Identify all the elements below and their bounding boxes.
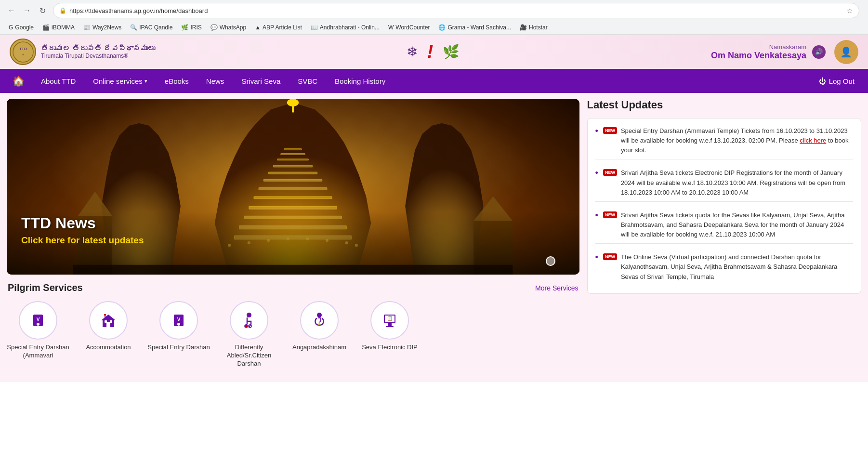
speaker-button[interactable]: 🔊 [812,45,826,59]
main-content: TTD News Click here for latest updates P… [0,93,868,382]
bookmark-favicon: 🎬 [42,24,50,31]
service-item[interactable]: V Special Entry Darshan [147,301,210,368]
services-grid: V Special Entry Darshan (Ammavari Accomm… [7,301,579,368]
bookmark-favicon: W [388,24,394,31]
right-section: Latest Updates •NEWSpecial Entry Darshan… [579,99,861,376]
bookmark-label: ABP Article List [263,24,302,31]
new-badge: NEW [603,253,617,260]
bullet-icon: • [595,126,598,136]
logo-text: తిరుమల తిరుపతి దేవస్థానములు Tirumala Tir… [41,44,155,59]
bookmark-item[interactable]: WWordCounter [384,23,434,32]
latest-updates-title: Latest Updates [587,99,861,111]
bookmark-item[interactable]: ▲ABP Article List [251,23,306,32]
update-item: •NEWSrivari Arjitha Seva tickets Electro… [595,168,853,201]
svg-marker-39 [101,315,116,320]
service-label: Accommodation [86,343,131,352]
home-nav-button[interactable]: 🏠 [5,69,32,92]
nav-about-ttd[interactable]: About TTD [32,70,84,92]
forward-button[interactable]: → [20,4,34,17]
bookmark-favicon: 📖 [311,24,318,31]
bookmark-item[interactable]: 📰Way2News [79,23,125,32]
hero-text-block: TTD News Click here for latest updates [21,214,144,246]
svg-rect-18 [281,154,305,155]
update-text: Srivari Arjitha Seva tickets quota for t… [621,211,853,239]
svg-rect-19 [284,148,302,150]
bookmark-item[interactable]: 🌿IRIS [177,23,205,32]
greeting-text: Namaskaram [711,43,806,51]
bookmark-item[interactable]: GGoogle [5,23,38,32]
bookmark-label: Way2News [92,24,121,31]
bookmark-label: WhatsApp [220,24,246,31]
nav-news[interactable]: News [197,70,233,92]
service-item[interactable]: Differently Abled/Sr.Citizen Darshan [218,301,280,368]
hero-temple-image: TTD News Click here for latest updates [7,99,579,275]
bookmark-favicon: 🎥 [520,24,527,31]
update-text: The Online Seva (Virtual participation) … [621,252,853,281]
bookmark-item[interactable]: 🌐Grama - Ward Sachiva... [434,23,515,32]
bookmark-label: Hotstar [529,24,548,31]
nav-booking-history[interactable]: Booking History [326,70,394,92]
svg-rect-16 [274,165,313,167]
bookmark-item[interactable]: 🎥Hotstar [516,23,552,32]
svg-rect-17 [277,159,309,160]
service-item[interactable]: 📋 Seva Electronic DIP [358,301,421,368]
svg-text:V: V [37,317,40,322]
online-services-dropdown-icon: ▾ [145,78,147,84]
bookmark-favicon: 🌐 [438,24,446,31]
bookmark-star-icon[interactable]: ☆ [847,7,853,14]
svg-point-36 [37,323,39,326]
bookmark-item[interactable]: 📖Andhrabharati - Onlin... [307,23,383,32]
service-label: Angapradakshinam [292,343,346,352]
svg-text:V: V [177,317,181,322]
bookmark-label: Grama - Ward Sachiva... [447,24,511,31]
service-label: Differently Abled/Sr.Citizen Darshan [218,343,280,368]
svg-rect-57 [386,326,394,327]
logout-button[interactable]: ⏻ Log Out [810,71,863,91]
nav-ebooks[interactable]: eBooks [156,70,197,92]
service-item[interactable]: 🙏 Angapradakshinam [288,301,351,368]
main-navigation: 🏠 About TTD Online services ▾ eBooks New… [0,69,868,93]
bookmark-favicon: G [9,24,13,31]
hero-subtitle[interactable]: Click here for latest updates [21,235,144,246]
new-badge: NEW [603,169,617,176]
exclamation-icon: ! [427,41,434,62]
svg-point-47 [177,323,180,326]
snowflake-icon: ❄ [407,44,418,60]
bookmark-label: iBOMMA [52,24,75,31]
site-logo: TTD ✦ తిరుమల తిరుపతి దేవస్థానములు Tiruma… [10,39,155,65]
back-button[interactable]: ← [5,4,18,17]
bookmark-item[interactable]: 💬WhatsApp [207,23,250,32]
refresh-button[interactable]: ↻ [36,4,49,17]
bookmark-label: WordCounter [395,24,430,31]
update-item: •NEWSrivari Arjitha Seva tickets quota f… [595,211,853,244]
bookmark-item[interactable]: 🔍IPAC Qandle [126,23,176,32]
service-label: Special Entry Darshan (Ammavari [7,343,69,360]
hero-banner[interactable]: TTD News Click here for latest updates [7,99,579,275]
update-link[interactable]: click here [800,137,826,144]
user-avatar: 👤 [834,40,858,64]
pilgrim-services-title: Pilgrim Services [8,282,83,293]
svg-rect-44 [104,314,106,316]
svg-rect-21 [292,103,294,112]
angapradakshinam-icon: 🙏 [300,301,339,340]
nav-online-services[interactable]: Online services ▾ [84,70,156,92]
more-services-link[interactable]: More Services [535,284,578,292]
accommodation-icon [89,301,128,340]
section-header: Pilgrim Services More Services [7,282,579,293]
bookmark-favicon: 📰 [83,24,91,31]
svg-text:TTD: TTD [19,47,27,51]
update-item: •NEWSpecial Entry Darshan (Ammavari Temp… [595,126,853,159]
svg-rect-42 [110,320,112,323]
seva-electronic-dip-icon: 📋 [370,301,409,340]
address-bar[interactable]: 🔒 https://ttdevasthanams.ap.gov.in/home/… [53,3,859,18]
service-item[interactable]: V Special Entry Darshan (Ammavari [7,301,69,368]
nav-srivari-seva[interactable]: Srivari Seva [233,70,289,92]
carousel-indicator[interactable] [546,256,555,266]
svg-text:✦: ✦ [22,53,25,56]
leaf-icon: 🌿 [443,44,460,60]
service-item[interactable]: Accommodation [77,301,140,368]
nav-svbc[interactable]: SVBC [289,70,326,92]
header-right: Namaskaram Om Namo Venkatesaya 🔊 👤 [711,40,858,64]
svg-text:📋: 📋 [387,315,393,321]
bookmark-item[interactable]: 🎬iBOMMA [39,23,79,32]
